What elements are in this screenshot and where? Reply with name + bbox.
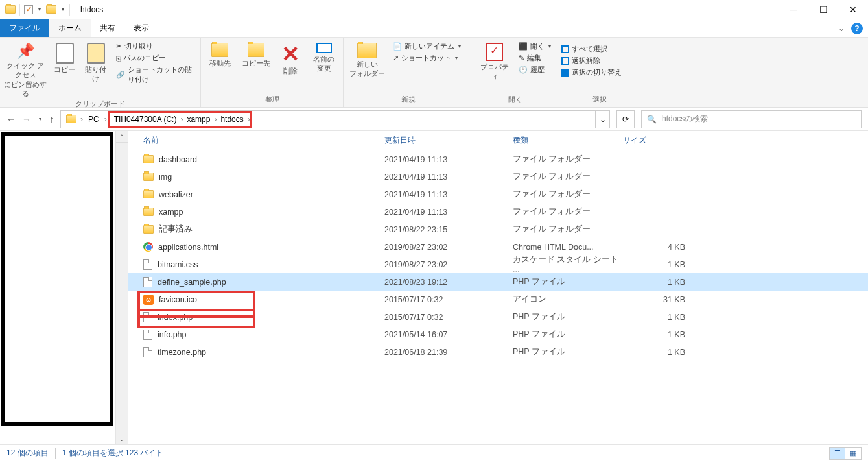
cell-date: 2021/06/18 21:39 [384, 348, 513, 357]
column-headers[interactable]: 名前 更新日時 種類 サイズ [128, 131, 868, 150]
invert-selection-button[interactable]: 選択の切り替え [561, 67, 622, 77]
properties-icon [486, 43, 503, 61]
open-button[interactable]: ⬛開く ▾ [519, 42, 552, 51]
cell-type: PHP ファイル [513, 329, 623, 340]
xampp-icon: ω [143, 295, 154, 305]
collapse-ribbon-icon[interactable]: ⌄ [837, 24, 846, 33]
breadcrumb-htdocs[interactable]: htdocs [217, 113, 247, 126]
cell-type: ファイル フォルダー [513, 171, 623, 182]
sidebar-scrollbar[interactable]: ⌃ ⌄ [116, 131, 128, 444]
address-dropdown-icon[interactable]: ⌄ [595, 111, 609, 128]
file-row[interactable]: ωfavicon.ico2015/07/17 0:32アイコン31 KB [128, 291, 868, 308]
file-row[interactable]: define_sample.php2021/08/23 19:12PHP ファイ… [128, 273, 868, 291]
file-tab[interactable]: ファイル [0, 19, 49, 37]
col-type[interactable]: 種類 [513, 135, 623, 146]
cell-size: 1 KB [623, 330, 685, 339]
paste-shortcut-button[interactable]: 🔗ショートカットの貼り付け [116, 65, 196, 84]
close-button[interactable]: ✕ [838, 0, 868, 19]
icons-view-button[interactable]: ▦ [845, 448, 861, 459]
file-row[interactable]: xampp2021/04/19 11:13ファイル フォルダー [128, 203, 868, 221]
qat-dropdown-icon[interactable]: ▾ [37, 6, 42, 12]
help-icon[interactable]: ? [851, 23, 863, 34]
up-button[interactable]: ↑ [49, 114, 54, 125]
address-folder-icon [66, 115, 76, 123]
file-row[interactable]: timezone.php2021/06/18 21:39PHP ファイル1 KB [128, 343, 868, 361]
details-view-button[interactable]: ☰ [830, 448, 845, 459]
breadcrumb-pc[interactable]: PC [84, 111, 103, 128]
cell-type: PHP ファイル [513, 311, 623, 322]
cell-size: 4 KB [623, 243, 685, 252]
qat-dropdown-icon[interactable]: ▾ [60, 6, 65, 12]
cell-size: 1 KB [623, 348, 685, 357]
pin-quick-access-button[interactable]: 📌 クイック アクセス にピン留めする [4, 40, 47, 98]
file-row[interactable]: webalizer2021/04/19 11:13ファイル フォルダー [128, 186, 868, 203]
navigation-pane[interactable] [0, 131, 116, 444]
chevron-right-icon[interactable]: › [80, 115, 83, 124]
delete-button[interactable]: ✕ 削除 [277, 40, 302, 75]
file-row[interactable]: index.php2015/07/17 0:32PHP ファイル1 KB [128, 308, 868, 326]
paste-button[interactable]: 貼り付け [82, 40, 109, 84]
ribbon-right: ⌄ ? [837, 19, 868, 37]
edit-icon: ✎ [519, 54, 524, 62]
select-none-icon [561, 57, 569, 65]
col-name[interactable]: 名前 [143, 135, 384, 146]
col-size[interactable]: サイズ [623, 135, 685, 146]
scroll-down-icon[interactable]: ⌄ [116, 433, 128, 444]
cell-type: ファイル フォルダー [513, 224, 623, 235]
tab-share[interactable]: 共有 [91, 19, 124, 37]
file-row[interactable]: info.php2021/05/14 16:07PHP ファイル1 KB [128, 326, 868, 343]
cell-date: 2021/04/19 11:13 [384, 155, 513, 164]
minimize-button[interactable]: ─ [779, 0, 808, 19]
move-to-button[interactable]: 移動先 [205, 40, 235, 67]
file-row[interactable]: img2021/04/19 11:13ファイル フォルダー [128, 168, 868, 186]
qat-item-icon[interactable]: ✓ [24, 5, 33, 14]
new-item-icon: 📄 [393, 42, 402, 51]
new-folder-button[interactable]: 新しい フォルダー [347, 40, 386, 78]
file-name: applications.html [158, 243, 218, 252]
copy-to-button[interactable]: コピー先 [241, 40, 271, 67]
group-label: 整理 [205, 93, 339, 107]
file-name: bitnami.css [158, 260, 198, 269]
address-bar[interactable]: › PC › TIH0447300A (C:) › xampp › htdocs… [60, 110, 610, 128]
refresh-button[interactable]: ⟳ [616, 110, 635, 128]
select-all-button[interactable]: すべて選択 [561, 44, 622, 54]
back-button[interactable]: ← [6, 114, 16, 125]
copy-path-button[interactable]: ⎘パスのコピー [116, 53, 196, 63]
edit-button[interactable]: ✎編集 [519, 53, 552, 63]
file-row[interactable]: applications.html2019/08/27 23:02Chrome … [128, 238, 868, 256]
paste-icon [87, 43, 105, 64]
breadcrumb-drive[interactable]: TIH0447300A (C:) [110, 113, 181, 126]
cell-type: PHP ファイル [513, 346, 623, 357]
scroll-up-icon[interactable]: ⌃ [116, 131, 128, 143]
cut-button[interactable]: ✂切り取り [116, 42, 196, 51]
col-date[interactable]: 更新日時 [384, 135, 513, 146]
file-row[interactable]: 記事済み2021/08/22 23:15ファイル フォルダー [128, 221, 868, 238]
new-item-button[interactable]: 📄新しいアイテム ▾ [393, 42, 462, 51]
file-name: info.php [158, 330, 186, 339]
chevron-right-icon[interactable]: › [104, 115, 107, 124]
tab-home[interactable]: ホーム [49, 19, 91, 37]
file-row[interactable]: bitnami.css2019/08/27 23:02カスケード スタイル シー… [128, 256, 868, 273]
chrome-icon [143, 242, 153, 252]
history-button[interactable]: 🕑履歴 [519, 65, 552, 75]
rename-button[interactable]: 名前の 変更 [309, 40, 339, 73]
cell-size: 1 KB [623, 278, 685, 287]
copy-button[interactable]: コピー [53, 40, 76, 74]
cell-date: 2015/07/17 0:32 [384, 313, 513, 322]
tab-view[interactable]: 表示 [124, 19, 158, 37]
select-none-button[interactable]: 選択解除 [561, 56, 622, 66]
cell-date: 2021/04/19 11:13 [384, 190, 513, 199]
group-label: 選択 [561, 93, 638, 107]
cell-date: 2021/08/23 19:12 [384, 278, 513, 287]
history-dropdown-icon[interactable]: ▾ [38, 116, 43, 122]
folder-icon [143, 208, 154, 216]
properties-button[interactable]: プロパティ [477, 40, 512, 81]
forward-button[interactable]: → [22, 114, 31, 125]
chevron-right-icon[interactable]: › [248, 115, 250, 124]
file-row[interactable]: dashboard2021/04/19 11:13ファイル フォルダー [128, 150, 868, 168]
breadcrumb-xampp[interactable]: xampp [183, 113, 214, 126]
search-input[interactable]: 🔍 htdocsの検索 [641, 110, 862, 128]
new-shortcut-button[interactable]: ↗ショートカット ▾ [393, 53, 462, 63]
maximize-button[interactable]: ☐ [808, 0, 838, 19]
file-icon [143, 330, 152, 340]
